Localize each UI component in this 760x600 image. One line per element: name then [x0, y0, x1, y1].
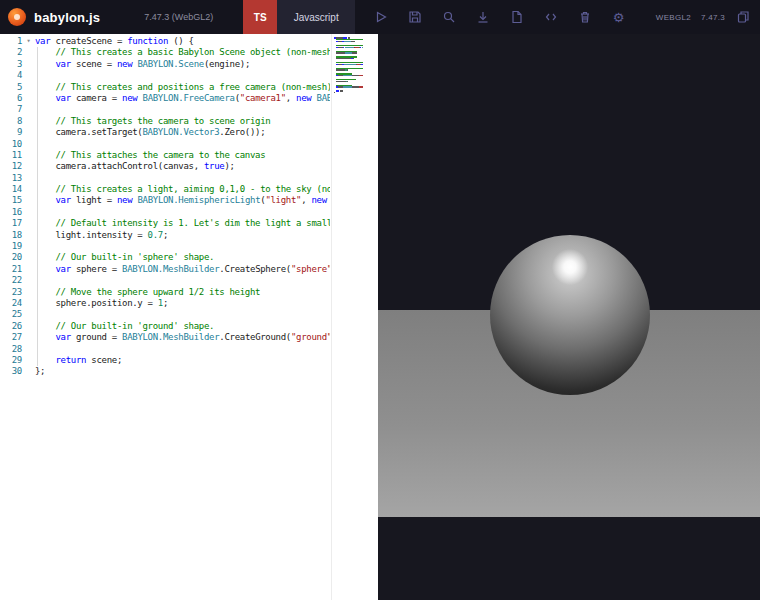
- code-editor[interactable]: 1▾var createScene = function () {2 // Th…: [0, 34, 378, 600]
- gear-icon: ⚙: [613, 11, 625, 24]
- code-text: // This targets the camera to scene orig…: [35, 116, 270, 127]
- fold-spacer: [22, 241, 35, 252]
- line-number: 14: [0, 184, 22, 195]
- embed-code-button[interactable]: [543, 10, 558, 25]
- code-text: // Our built-in 'sphere' shape.: [35, 252, 214, 263]
- code-line[interactable]: 25: [0, 309, 330, 320]
- settings-button[interactable]: ⚙: [611, 10, 626, 25]
- code-lines: 1▾var createScene = function () {2 // Th…: [0, 36, 330, 378]
- line-number: 18: [0, 230, 22, 241]
- download-button[interactable]: [475, 10, 490, 25]
- webgl-badge: WEBGL2: [656, 13, 691, 22]
- fold-chevron-icon[interactable]: ▾: [22, 36, 35, 47]
- toolbar: ⚙: [373, 10, 626, 25]
- fold-spacer: [22, 173, 35, 184]
- delete-button[interactable]: [577, 10, 592, 25]
- line-number: 17: [0, 218, 22, 229]
- code-line[interactable]: 9 camera.setTarget(BABYLON.Vector3.Zero(…: [0, 127, 330, 138]
- save-button[interactable]: [407, 10, 422, 25]
- code-line[interactable]: 16: [0, 207, 330, 218]
- tab-javascript[interactable]: Javascript: [277, 0, 355, 34]
- code-line[interactable]: 18 light.intensity = 0.7;: [0, 230, 330, 241]
- code-line[interactable]: 13: [0, 173, 330, 184]
- code-line[interactable]: 3 var scene = new BABYLON.Scene(engine);: [0, 59, 330, 70]
- line-number: 25: [0, 309, 22, 320]
- engine-version-label: 7.47.3 (WebGL2): [144, 12, 213, 22]
- code-line[interactable]: 19: [0, 241, 330, 252]
- line-number: 9: [0, 127, 22, 138]
- line-number: 2: [0, 47, 22, 58]
- code-text: // Our built-in 'ground' shape.: [35, 321, 214, 332]
- minimap-border: [331, 34, 332, 600]
- minimap-line: [334, 92, 374, 94]
- line-number: 11: [0, 150, 22, 161]
- line-number: 3: [0, 59, 22, 70]
- inspector-icon: [442, 10, 456, 24]
- fold-spacer: [22, 264, 35, 275]
- code-line[interactable]: 29 return scene;: [0, 355, 330, 366]
- inspector-button[interactable]: [441, 10, 456, 25]
- line-number: 7: [0, 104, 22, 115]
- fold-spacer: [22, 207, 35, 218]
- code-line[interactable]: 12 camera.attachControl(canvas, true);: [0, 161, 330, 172]
- app-title: babylon.js: [34, 10, 100, 25]
- fold-spacer: [22, 184, 35, 195]
- code-line[interactable]: 21 var sphere = BABYLON.MeshBuilder.Crea…: [0, 264, 330, 275]
- new-file-button[interactable]: [509, 10, 524, 25]
- line-number: 6: [0, 93, 22, 104]
- code-line[interactable]: 15 var light = new BABYLON.HemisphericLi…: [0, 195, 330, 206]
- code-line[interactable]: 4: [0, 70, 330, 81]
- fold-spacer: [22, 82, 35, 93]
- code-line[interactable]: 11 // This attaches the camera to the ca…: [0, 150, 330, 161]
- fold-spacer: [22, 321, 35, 332]
- tab-typescript[interactable]: TS: [243, 0, 277, 34]
- line-number: 23: [0, 287, 22, 298]
- copy-button[interactable]: [735, 10, 750, 25]
- line-number: 8: [0, 116, 22, 127]
- code-line[interactable]: 27 var ground = BABYLON.MeshBuilder.Crea…: [0, 332, 330, 343]
- line-number: 26: [0, 321, 22, 332]
- render-canvas[interactable]: [378, 34, 760, 600]
- code-text: // This creates and positions a free cam…: [35, 82, 330, 93]
- code-line[interactable]: 6 var camera = new BABYLON.FreeCamera("c…: [0, 93, 330, 104]
- code-line[interactable]: 14 // This creates a light, aiming 0,1,0…: [0, 184, 330, 195]
- code-line[interactable]: 26 // Our built-in 'ground' shape.: [0, 321, 330, 332]
- fold-spacer: [22, 59, 35, 70]
- code-line[interactable]: 20 // Our built-in 'sphere' shape.: [0, 252, 330, 263]
- code-line[interactable]: 1▾var createScene = function () {: [0, 36, 330, 47]
- save-icon: [408, 10, 422, 24]
- code-line[interactable]: 2 // This creates a basic Babylon Scene …: [0, 47, 330, 58]
- line-number: 20: [0, 252, 22, 263]
- logo-core: [14, 14, 20, 20]
- embed-code-icon: [544, 10, 558, 24]
- play-icon: [374, 10, 388, 24]
- code-line[interactable]: 30};: [0, 366, 330, 377]
- line-number: 5: [0, 82, 22, 93]
- fold-spacer: [22, 127, 35, 138]
- fold-spacer: [22, 355, 35, 366]
- code-text: // This creates a light, aiming 0,1,0 - …: [35, 184, 330, 195]
- code-line[interactable]: 7: [0, 104, 330, 115]
- code-line[interactable]: 8 // This targets the camera to scene or…: [0, 116, 330, 127]
- code-line[interactable]: 22: [0, 275, 330, 286]
- play-button[interactable]: [373, 10, 388, 25]
- code-line[interactable]: 5 // This creates and positions a free c…: [0, 82, 330, 93]
- code-line[interactable]: 10: [0, 139, 330, 150]
- fold-spacer: [22, 344, 35, 355]
- line-number: 1: [0, 36, 22, 47]
- line-number: 29: [0, 355, 22, 366]
- fold-spacer: [22, 252, 35, 263]
- babylon-logo-icon[interactable]: [8, 8, 26, 26]
- code-line[interactable]: 24 sphere.position.y = 1;: [0, 298, 330, 309]
- code-line[interactable]: 23 // Move the sphere upward 1/2 its hei…: [0, 287, 330, 298]
- minimap[interactable]: [334, 37, 374, 94]
- copy-icon: [736, 10, 750, 24]
- fold-spacer: [22, 150, 35, 161]
- code-line[interactable]: 28: [0, 344, 330, 355]
- code-line[interactable]: 17 // Default intensity is 1. Let's dim …: [0, 218, 330, 229]
- line-number: 12: [0, 161, 22, 172]
- fold-spacer: [22, 116, 35, 127]
- fold-spacer: [22, 93, 35, 104]
- line-number: 19: [0, 241, 22, 252]
- line-number: 27: [0, 332, 22, 343]
